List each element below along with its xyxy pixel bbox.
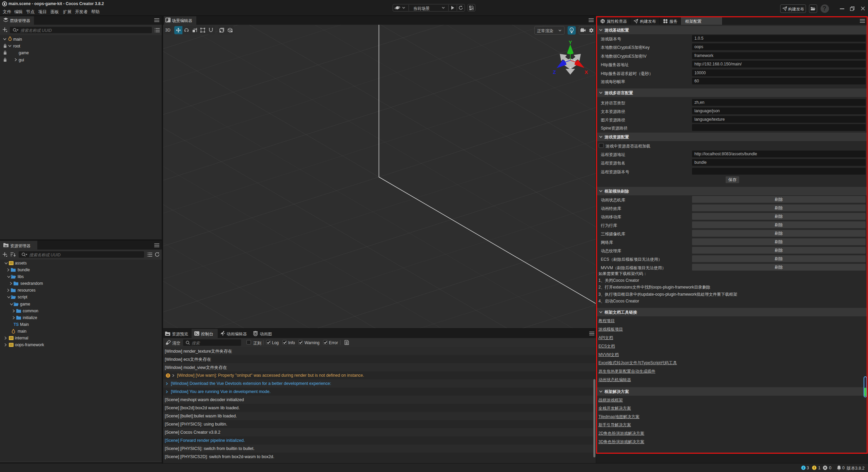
- svg-text:Z: Z: [553, 69, 556, 75]
- svg-text:i: i: [803, 466, 804, 470]
- svg-text:Y: Y: [569, 40, 572, 45]
- svg-text:X: X: [585, 69, 588, 75]
